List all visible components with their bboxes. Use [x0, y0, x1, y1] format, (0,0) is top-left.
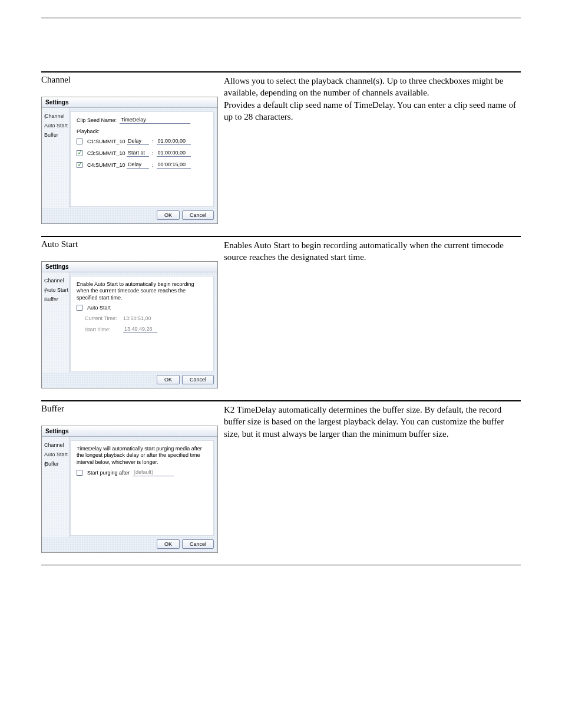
- cancel-button[interactable]: Cancel: [182, 210, 214, 220]
- autostart-pane: Enable Auto Start to automatically begin…: [70, 276, 214, 371]
- purge-cb-label: Start purging after: [87, 470, 130, 476]
- sidebar-item-autostart[interactable]: Auto Start: [42, 121, 70, 130]
- seed-input[interactable]: [120, 117, 190, 124]
- buffer-pane: TimeDelay will automatically start purgi…: [70, 440, 214, 536]
- settings-dialog-buffer: Settings Channel Auto Start Buffer TimeD…: [41, 426, 218, 553]
- section-autostart: Auto Start Settings Channel Auto Start B…: [41, 236, 521, 388]
- ok-button[interactable]: OK: [157, 539, 180, 549]
- ch-name-0: C1:SUMMIT_10: [87, 139, 124, 144]
- autostart-checkbox[interactable]: [77, 305, 82, 311]
- playback-label: Playback:: [77, 129, 207, 134]
- dialog-title: Settings: [42, 262, 217, 272]
- dialog-sidebar: Channel Auto Start Buffer: [42, 108, 70, 208]
- checkbox-c4[interactable]: ✓: [77, 162, 82, 168]
- sidebar-item-autostart[interactable]: Auto Start: [42, 285, 70, 295]
- current-time-value: 13:50:51,00: [123, 315, 151, 321]
- mode-input-0[interactable]: [127, 138, 149, 145]
- buffer-desc: K2 TimeDelay automatically determines th…: [224, 404, 521, 440]
- checkbox-c3[interactable]: ✓: [77, 150, 82, 156]
- ok-button[interactable]: OK: [157, 375, 180, 384]
- playback-row: C1:SUMMIT_10 :: [77, 138, 207, 145]
- buffer-title: Buffer: [41, 404, 206, 414]
- cancel-button[interactable]: Cancel: [182, 375, 214, 384]
- seed-label: Clip Seed Name:: [77, 117, 117, 123]
- mode-input-1[interactable]: [127, 150, 149, 157]
- tc-input-2[interactable]: [157, 162, 191, 169]
- start-time-input[interactable]: [123, 326, 157, 333]
- channel-title: Channel: [41, 75, 206, 85]
- top-rule: [41, 18, 521, 18]
- autostart-desc: Enables Auto Start to begin recording au…: [224, 239, 521, 263]
- sidebar-item-buffer[interactable]: Buffer: [42, 295, 70, 304]
- dialog-sidebar: Channel Auto Start Buffer: [42, 437, 70, 537]
- ch-name-1: C3:SUMMIT_10: [87, 150, 124, 156]
- channel-desc-1: Allows you to select the playback channe…: [224, 75, 521, 99]
- bottom-rule: [41, 565, 521, 565]
- sidebar-item-buffer[interactable]: Buffer: [42, 459, 70, 469]
- ch-name-2: C4:SUMMIT_10: [87, 162, 124, 168]
- dialog-title: Settings: [42, 426, 217, 437]
- sidebar-item-channel[interactable]: Channel: [42, 111, 70, 121]
- purge-value-input[interactable]: [133, 469, 174, 476]
- autostart-cb-label: Auto Start: [87, 305, 111, 311]
- tc-input-0[interactable]: [157, 138, 191, 145]
- start-time-label: Start Time:: [85, 327, 120, 332]
- dialog-title: Settings: [42, 97, 217, 108]
- cancel-button[interactable]: Cancel: [182, 539, 214, 549]
- sidebar-item-buffer[interactable]: Buffer: [42, 130, 70, 140]
- sidebar-item-channel[interactable]: Channel: [42, 440, 70, 450]
- autostart-blurb: Enable Auto Start to automatically begin…: [77, 281, 207, 301]
- channel-desc-2: Provides a default clip seed name of Tim…: [224, 99, 521, 123]
- settings-dialog-autostart: Settings Channel Auto Start Buffer Enabl…: [41, 261, 218, 388]
- checkbox-c1[interactable]: [77, 139, 82, 144]
- playback-row: ✓ C3:SUMMIT_10 :: [77, 150, 207, 157]
- settings-dialog-channel: Settings Channel Auto Start Buffer Clip …: [41, 97, 218, 224]
- section-channel: Channel Settings Channel Auto Start Buff…: [41, 71, 521, 224]
- channel-pane: Clip Seed Name: Playback: C1:SUMMIT_10 :: [70, 111, 214, 207]
- purge-checkbox[interactable]: [77, 470, 82, 476]
- ok-button[interactable]: OK: [157, 210, 180, 220]
- section-buffer: Buffer Settings Channel Auto Start Buffe…: [41, 400, 521, 553]
- buffer-blurb: TimeDelay will automatically start purgi…: [77, 446, 207, 466]
- playback-row: ✓ C4:SUMMIT_10 :: [77, 162, 207, 169]
- tc-input-1[interactable]: [157, 150, 191, 157]
- mode-input-2[interactable]: [127, 162, 149, 169]
- sidebar-item-autostart[interactable]: Auto Start: [42, 450, 70, 459]
- dialog-sidebar: Channel Auto Start Buffer: [42, 272, 70, 373]
- current-time-label: Current Time:: [85, 315, 120, 321]
- sidebar-item-channel[interactable]: Channel: [42, 276, 70, 285]
- autostart-title: Auto Start: [41, 239, 206, 249]
